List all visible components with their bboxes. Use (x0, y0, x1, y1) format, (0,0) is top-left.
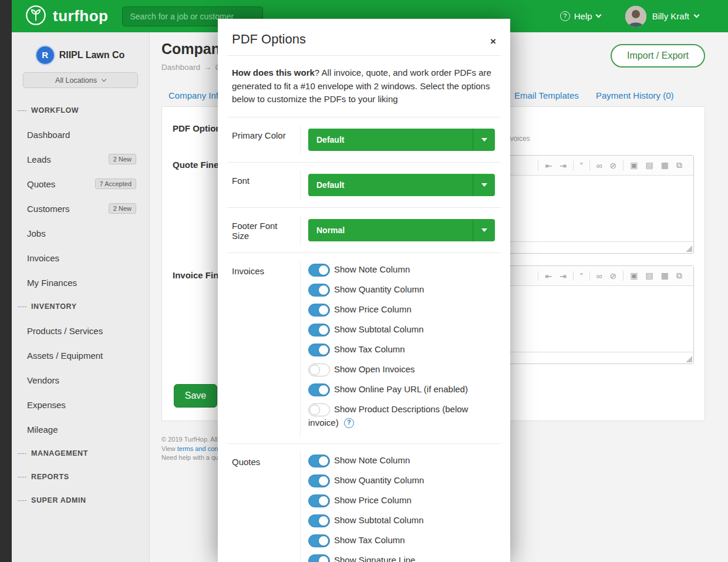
user-name[interactable]: Billy Kraft (652, 11, 689, 21)
image-icon[interactable]: ▣ (630, 160, 638, 170)
blockquote-icon[interactable]: ” (580, 161, 583, 170)
toggle-label: Show Subtotal Column (334, 324, 424, 334)
sidebar-item-invoices[interactable]: Invoices (12, 245, 149, 270)
customers-count-badge: 2 New (109, 203, 136, 214)
toggle-quotes-signature-line[interactable] (308, 554, 330, 562)
link-icon[interactable]: ∞ (596, 161, 602, 170)
help-icon[interactable]: ? (344, 418, 354, 428)
toggle-quotes-price-column[interactable] (308, 494, 330, 507)
fullscreen-icon[interactable]: ⧉ (676, 271, 682, 281)
toggle-invoices-product-descriptions[interactable] (308, 403, 330, 416)
toolbar-group-indent: ⇤ ⇥ (538, 271, 572, 281)
toggle-quotes-note-column[interactable] (308, 455, 330, 467)
sidebar-item-jobs[interactable]: Jobs (12, 221, 149, 245)
sidebar-section-reports[interactable]: REPORTS (12, 465, 149, 489)
toggle-invoices-open-invoices[interactable] (308, 364, 330, 376)
toggle-invoices-quantity-column[interactable] (308, 284, 330, 297)
indent-increase-icon[interactable]: ⇥ (560, 161, 567, 170)
toggle-row: Show Online Pay URL (if enabled) (308, 383, 497, 396)
toolbar-group-link: ∞ ⊘ (589, 161, 623, 170)
indent-increase-icon[interactable]: ⇥ (560, 271, 567, 281)
video-icon[interactable]: ▤ (646, 271, 653, 281)
fullscreen-icon[interactable]: ⧉ (676, 160, 682, 170)
toggle-invoices-price-column[interactable] (308, 304, 330, 317)
help-menu[interactable]: ? Help (560, 11, 601, 21)
toggle-invoices-note-column[interactable] (308, 264, 330, 277)
user-avatar[interactable] (625, 6, 646, 27)
sidebar-item-vendors[interactable]: Vendors (12, 368, 149, 392)
chevron-down-icon[interactable] (694, 12, 700, 18)
sidebar-item-customers[interactable]: Customers 2 New (12, 196, 149, 221)
sidebar-item-my-finances[interactable]: My Finances (12, 270, 149, 295)
toggle-invoices-online-pay-url[interactable] (308, 383, 330, 396)
company-switcher[interactable]: R RIIPL Lawn Co (12, 32, 149, 64)
terms-link[interactable]: terms and cond (177, 445, 222, 452)
tab-payment-history[interactable]: Payment History (0) (596, 90, 674, 100)
toggle-label: Show Quantity Column (334, 475, 424, 485)
breadcrumb: Dashboard→C (161, 63, 221, 72)
toggle-knob (318, 496, 329, 506)
save-button[interactable]: Save (174, 384, 217, 408)
sidebar-item-products-services[interactable]: Products / Services (12, 318, 149, 343)
import-export-button[interactable]: Import / Export (611, 44, 705, 68)
field-control: Default (300, 170, 501, 200)
item-label: Assets / Equipment (27, 351, 103, 361)
blockquote-icon[interactable]: ” (580, 271, 583, 281)
sidebar-item-quotes[interactable]: Quotes 7 Accepted (12, 171, 149, 196)
sidebar-item-expenses[interactable]: Expenses (12, 392, 149, 417)
toggle-label: Show Quantity Column (334, 284, 424, 294)
toolbar-group-insert: ▣ ▤ ▦ ⧉ (623, 271, 689, 281)
resize-handle[interactable] (686, 245, 692, 252)
chevron-down-icon (595, 12, 601, 18)
item-label: Invoices (27, 253, 59, 263)
video-icon[interactable]: ▤ (646, 160, 653, 170)
toggle-knob (318, 345, 329, 355)
sidebar-section-management[interactable]: MANAGEMENT (12, 442, 149, 465)
toggle-label: Show Price Column (334, 304, 412, 314)
tab-email-templates[interactable]: Email Templates (514, 90, 579, 100)
company-logo-badge: R (36, 46, 54, 64)
image-icon[interactable]: ▣ (630, 271, 638, 281)
field-row-footer-font-size: Footer Font Size Normal (227, 207, 501, 253)
tab-company-info[interactable]: Company Inf (168, 90, 218, 100)
toggle-quotes-tax-column[interactable] (308, 534, 330, 547)
sidebar-item-dashboard[interactable]: Dashboard (12, 122, 149, 147)
sidebar-item-mileage[interactable]: Mileage (12, 417, 149, 442)
table-icon[interactable]: ▦ (661, 160, 669, 170)
modal-intro: How does this work? All invoice, quote, … (227, 55, 501, 117)
toggle-quotes-subtotal-column[interactable] (308, 514, 330, 527)
indent-decrease-icon[interactable]: ⇤ (545, 161, 552, 170)
indent-decrease-icon[interactable]: ⇤ (545, 271, 552, 281)
close-icon[interactable]: × (490, 36, 496, 46)
link-icon[interactable]: ∞ (596, 271, 602, 281)
modal-title: PDF Options (232, 32, 306, 47)
toggle-row: Show Signature Line (308, 554, 497, 562)
breadcrumb-dashboard[interactable]: Dashboard (161, 63, 200, 72)
toggle-row: Show Product Descriptions (below invoice… (308, 403, 497, 429)
sidebar-item-assets-equipment[interactable]: Assets / Equipment (12, 343, 149, 368)
toggle-knob (318, 516, 329, 526)
toggle-row: Show Quantity Column (308, 474, 497, 487)
unlink-icon[interactable]: ⊘ (610, 161, 617, 170)
sidebar-section-super-admin[interactable]: SUPER ADMIN (12, 489, 149, 512)
tree-dash-icon (18, 453, 26, 454)
sidebar-item-leads[interactable]: Leads 2 New (12, 147, 149, 171)
toggle-quotes-quantity-column[interactable] (308, 474, 330, 487)
toggle-invoices-subtotal-column[interactable] (308, 324, 330, 336)
primary-color-select[interactable]: Default (308, 129, 495, 151)
resize-handle[interactable] (686, 356, 692, 362)
logo-wordmark: turfhop (53, 7, 108, 25)
table-icon[interactable]: ▦ (661, 271, 669, 281)
selected-value: Default (316, 180, 344, 190)
unlink-icon[interactable]: ⊘ (610, 271, 617, 281)
font-select[interactable]: Default (308, 174, 495, 196)
toggle-knob (318, 556, 329, 562)
locations-dropdown[interactable]: All Locations (23, 72, 138, 88)
turfhop-logo[interactable]: turfhop (25, 4, 108, 29)
quote-fineprint-field-label: Quote Finep (173, 160, 224, 170)
section-label: Invoices (227, 261, 300, 436)
toggle-invoices-tax-column[interactable] (308, 344, 330, 356)
item-label: Customers (27, 204, 70, 214)
footer-font-size-select[interactable]: Normal (308, 219, 495, 241)
section-title: SUPER ADMIN (31, 496, 86, 504)
